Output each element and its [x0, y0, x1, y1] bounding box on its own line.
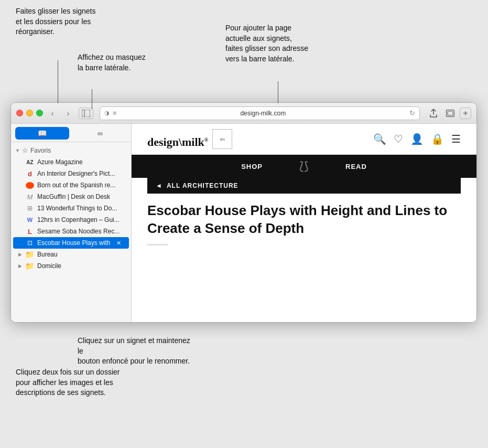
favorites-label: Favoris	[30, 147, 51, 154]
search-icon[interactable]: 🔍	[373, 133, 386, 145]
nav-separator: ⟅⟆	[299, 159, 309, 173]
interior-label: An Interior Designer's Pict...	[37, 170, 126, 177]
traffic-lights	[16, 110, 43, 116]
bookmark-item-spanish[interactable]: Born out of the Spanish re...	[11, 179, 131, 191]
bookmark-item-soba[interactable]: L Sesame Soba Noodles Rec...	[11, 226, 131, 237]
folder-bureau[interactable]: ▶ 📁 Bureau	[11, 249, 131, 260]
minimize-button[interactable]	[26, 110, 33, 116]
reader-icon: ≡	[113, 109, 117, 117]
privacy-icon: ◑	[104, 110, 110, 116]
article-content: ◄ ALL ARCHITECTURE Escobar House Plays w…	[132, 178, 476, 256]
back-button[interactable]: ‹	[46, 107, 59, 120]
close-button[interactable]	[16, 110, 23, 116]
folder-domicile[interactable]: ▶ 📁 Domicile	[11, 260, 131, 272]
url-text: design-milk.com	[120, 110, 406, 117]
bookmark-item-macguffin[interactable]: M MacGuffin | Desk on Desk	[11, 191, 131, 202]
maximize-button[interactable]	[36, 110, 43, 116]
spanish-favicon	[26, 182, 34, 189]
share-button[interactable]	[426, 107, 441, 120]
escobar-favicon: ⊡	[26, 239, 34, 247]
bookmark-item-12hrs[interactable]: W 12hrs in Copenhagen – Gui...	[11, 214, 131, 226]
site-header-icons: 🔍 ♡ 👤 🔒 ☰	[373, 133, 461, 145]
tooltip-rename-bookmark: Cliquez sur un signet et maintenez le bo…	[78, 336, 193, 367]
escobar-close-icon[interactable]: ✕	[116, 240, 124, 247]
tooltip-sidebar-toggle: Affichez ou masquez la barre latérale.	[78, 52, 146, 73]
sidebar-tab-bar: 📖 ∞	[11, 124, 131, 142]
domicile-chevron-icon: ▶	[18, 263, 22, 269]
back-bar-label: ALL ARCHITECTURE	[167, 182, 238, 189]
12hrs-favicon: W	[26, 216, 34, 224]
site-nav: SHOP ⟅⟆ READ	[132, 155, 476, 178]
main-content: design\milk® dm 🔍 ♡ 👤 🔒 ☰ SHOP ⟅⟆	[132, 124, 476, 322]
macguffin-favicon: M	[26, 193, 34, 201]
tab-overview-button[interactable]	[443, 107, 458, 120]
sidebar-toggle-button[interactable]	[79, 108, 93, 119]
title-bar: ‹ › ◑ ≡ design-milk.com ↻	[11, 103, 476, 124]
reload-icon[interactable]: ↻	[409, 109, 415, 117]
wonderful-favicon: ⊞	[26, 204, 34, 212]
domicile-folder-icon: 📁	[25, 262, 34, 270]
svg-rect-0	[82, 110, 90, 117]
tooltip-drag-bookmarks: Faites glisser les signets et les dossie…	[16, 6, 96, 37]
12hrs-label: 12hrs in Copenhagen – Gui...	[37, 216, 126, 223]
soba-label: Sesame Soba Noodles Rec...	[37, 228, 126, 235]
interior-favicon: d	[26, 169, 34, 178]
share-icon	[429, 109, 438, 118]
wishlist-icon[interactable]: ♡	[394, 133, 403, 145]
menu-icon[interactable]: ☰	[451, 133, 461, 145]
favorites-section-header: ▼ ☆ Favoris	[11, 144, 131, 156]
tooltip-folder-expand: Cliquez deux fois sur un dossier pour af…	[16, 367, 120, 398]
site-logo-icon: dm	[212, 129, 232, 149]
browser-window: ‹ › ◑ ≡ design-milk.com ↻	[10, 102, 477, 323]
bookmark-item-azure[interactable]: AZ Azure Magazine	[11, 156, 131, 168]
article-divider	[147, 244, 168, 246]
nav-shop[interactable]: SHOP	[210, 163, 294, 170]
macguffin-label: MacGuffin | Desk on Desk	[37, 193, 126, 200]
nav-read[interactable]: READ	[314, 163, 398, 170]
section-chevron: ▼	[15, 148, 20, 153]
tooltip-add-bookmark: Pour ajouter la page actuelle aux signet…	[225, 23, 308, 64]
azure-label: Azure Magazine	[37, 158, 126, 166]
bureau-label: Bureau	[37, 251, 58, 258]
bookmark-item-escobar[interactable]: ⊡ Escobar House Plays with ✕	[13, 237, 129, 249]
svg-rect-3	[448, 111, 453, 115]
escobar-label: Escobar House Plays with	[37, 239, 113, 247]
new-tab-button[interactable]: +	[460, 108, 471, 119]
bookmark-item-interior[interactable]: d An Interior Designer's Pict...	[11, 168, 131, 179]
forward-button[interactable]: ›	[62, 107, 74, 120]
domicile-label: Domicile	[37, 262, 61, 270]
azure-favicon: AZ	[26, 158, 34, 166]
bookmark-item-13wonderful[interactable]: ⊞ 13 Wonderful Things to Do...	[11, 202, 131, 214]
site-logo: design\milk®	[147, 135, 208, 149]
article-title: Escobar House Plays with Height and Line…	[147, 202, 461, 238]
spanish-label: Born out of the Spanish re...	[37, 182, 126, 189]
bureau-folder-icon: 📁	[25, 250, 34, 259]
bureau-chevron-icon: ▶	[18, 252, 22, 257]
toolbar-right: +	[426, 107, 471, 120]
tab-overview-icon	[446, 110, 454, 117]
favorites-icon: ☆	[22, 146, 28, 154]
article-back-bar[interactable]: ◄ ALL ARCHITECTURE	[147, 178, 461, 194]
wonderful-label: 13 Wonderful Things to Do...	[37, 205, 126, 212]
browser-body: 📖 ∞ ▼ ☆ Favoris AZ Azure Magazine d	[11, 124, 476, 322]
sidebar-toggle-icon	[82, 110, 90, 117]
back-arrow-icon: ◄	[156, 182, 162, 189]
sidebar-content: ▼ ☆ Favoris AZ Azure Magazine d An Inter…	[11, 142, 131, 322]
account-icon[interactable]: 👤	[410, 133, 424, 145]
bookmarks-sidebar: 📖 ∞ ▼ ☆ Favoris AZ Azure Magazine d	[11, 124, 132, 322]
address-bar[interactable]: ◑ ≡ design-milk.com ↻	[100, 106, 420, 120]
bookmarks-tab[interactable]: 📖	[15, 127, 69, 140]
soba-favicon: L	[26, 227, 34, 236]
reading-list-tab[interactable]: ∞	[73, 127, 127, 140]
lock-icon: 🔒	[431, 133, 444, 145]
site-header: design\milk® dm 🔍 ♡ 👤 🔒 ☰	[132, 124, 476, 155]
